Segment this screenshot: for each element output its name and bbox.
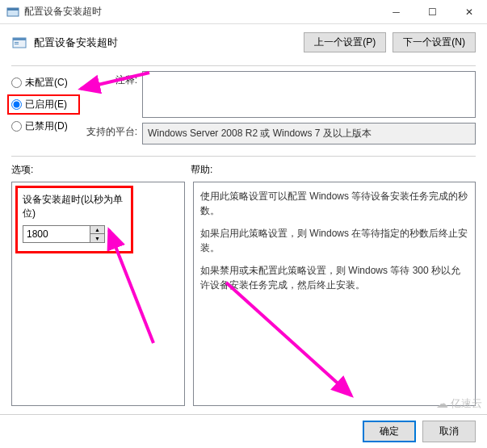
options-panel: 设备安装超时(以秒为单位) ▲ ▼ — [11, 182, 185, 406]
timeout-input[interactable] — [23, 226, 90, 242]
prev-setting-button[interactable]: 上一个设置(P) — [304, 32, 386, 52]
option-highlight: 设备安装超时(以秒为单位) ▲ ▼ — [15, 186, 133, 253]
body-panels: 设备安装超时(以秒为单位) ▲ ▼ 使用此策略设置可以配置 Windows 等待… — [0, 182, 487, 406]
svg-rect-4 — [15, 42, 19, 43]
minimize-button[interactable]: ─ — [378, 0, 414, 23]
help-paragraph-3: 如果禁用或未配置此策略设置，则 Windows 等待 300 秒以允许设备安装任… — [200, 263, 468, 292]
window-controls: ─ ☐ ✕ — [378, 0, 487, 23]
svg-rect-5 — [15, 44, 19, 44]
radio-not-configured-input[interactable] — [11, 77, 22, 88]
comment-label: 注释: — [84, 71, 137, 87]
watermark-text: 亿速云 — [451, 396, 482, 411]
spinner-down-icon[interactable]: ▼ — [90, 234, 104, 242]
subtitle-text: 配置设备安装超时 — [34, 36, 297, 50]
watermark: ☁ 亿速云 — [436, 396, 482, 411]
options-label: 选项: — [11, 163, 191, 177]
config-area: 未配置(C) 已启用(E) 已禁用(D) 注释: 支持的平台: Windows … — [0, 71, 487, 151]
timeout-label: 设备安装超时(以秒为单位) — [23, 193, 126, 220]
radio-column: 未配置(C) 已启用(E) 已禁用(D) — [11, 71, 76, 144]
radio-disabled[interactable]: 已禁用(D) — [11, 119, 76, 133]
window-title: 配置设备安装超时 — [24, 5, 378, 19]
spinner-buttons: ▲ ▼ — [90, 226, 104, 242]
radio-disabled-input[interactable] — [11, 121, 22, 132]
comment-row: 注释: — [84, 71, 476, 118]
policy-icon — [11, 35, 27, 51]
help-label: 帮助: — [191, 163, 476, 177]
timeout-spinner[interactable]: ▲ ▼ — [23, 225, 105, 243]
cancel-button[interactable]: 取消 — [422, 421, 476, 442]
subtitle-row: 配置设备安装超时 上一个设置(P) 下一个设置(N) — [0, 24, 487, 61]
svg-rect-1 — [7, 8, 19, 10]
spinner-up-icon[interactable]: ▲ — [90, 226, 104, 234]
ok-button[interactable]: 确定 — [363, 421, 416, 442]
right-column: 注释: 支持的平台: Windows Server 2008 R2 或 Wind… — [84, 71, 476, 144]
platform-row: 支持的平台: Windows Server 2008 R2 或 Windows … — [84, 123, 476, 144]
divider — [11, 65, 476, 66]
platform-label: 支持的平台: — [84, 123, 137, 139]
comment-input[interactable] — [142, 71, 476, 118]
help-paragraph-1: 使用此策略设置可以配置 Windows 等待设备安装任务完成的秒数。 — [200, 189, 468, 218]
svg-rect-3 — [13, 38, 26, 40]
help-paragraph-2: 如果启用此策略设置，则 Windows 在等待指定的秒数后终止安装。 — [200, 226, 468, 255]
radio-not-configured-label: 未配置(C) — [25, 76, 68, 90]
divider — [11, 156, 476, 157]
radio-enabled-label: 已启用(E) — [25, 98, 67, 111]
section-labels: 选项: 帮助: — [0, 161, 487, 182]
titlebar: 配置设备安装超时 ─ ☐ ✕ — [0, 0, 487, 24]
help-panel: 使用此策略设置可以配置 Windows 等待设备安装任务完成的秒数。 如果启用此… — [193, 182, 476, 406]
close-button[interactable]: ✕ — [451, 0, 487, 23]
maximize-button[interactable]: ☐ — [414, 0, 451, 23]
radio-enabled[interactable]: 已启用(E) — [7, 94, 80, 115]
cloud-icon: ☁ — [436, 396, 448, 411]
footer: 确定 取消 — [0, 414, 487, 448]
platform-value: Windows Server 2008 R2 或 Windows 7 及以上版本 — [142, 123, 476, 144]
radio-enabled-input[interactable] — [11, 99, 22, 110]
next-setting-button[interactable]: 下一个设置(N) — [393, 32, 476, 52]
radio-not-configured[interactable]: 未配置(C) — [11, 76, 76, 90]
radio-disabled-label: 已禁用(D) — [25, 119, 68, 133]
window-policy-icon — [6, 6, 19, 19]
